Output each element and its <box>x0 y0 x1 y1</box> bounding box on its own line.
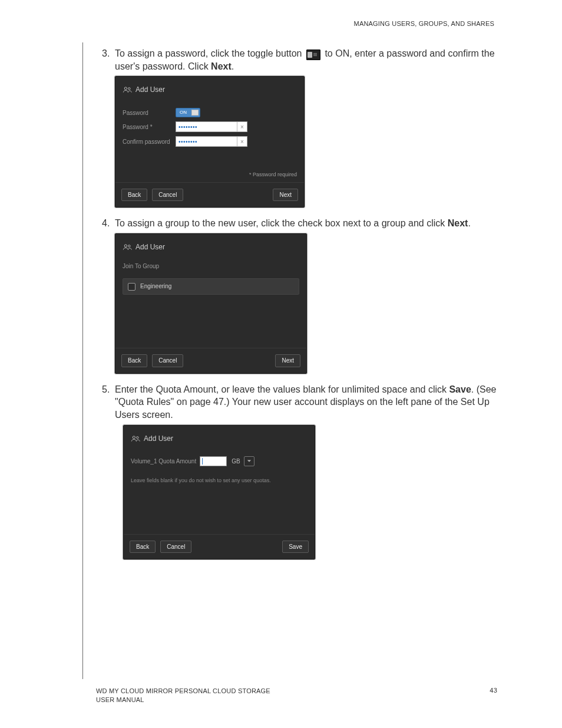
clear-icon[interactable]: × <box>237 137 247 146</box>
step-5: Enter the Quota Amount, or leave the val… <box>115 383 497 559</box>
step4-text: To assign a group to the new user, click… <box>115 218 448 228</box>
add-user-group-dialog: Add User Join To Group Engineering Back … <box>115 233 307 374</box>
join-to-group-label: Join To Group <box>115 259 306 276</box>
add-user-quota-dialog: Add User Volume_1 Quota Amount GB Leave … <box>123 425 315 560</box>
svg-point-2 <box>124 245 127 247</box>
back-button[interactable]: Back <box>121 354 147 367</box>
step3-text-a: To assign a password, click the toggle b… <box>115 48 302 58</box>
cancel-button[interactable]: Cancel <box>160 541 191 554</box>
step3-next: Next <box>211 61 232 71</box>
cancel-button[interactable]: Cancel <box>152 189 183 202</box>
save-button[interactable]: Save <box>282 541 309 554</box>
running-header: MANAGING USERS, GROUPS, AND SHARES <box>354 20 494 27</box>
quota-hint: Leave fields blank if you do not wish to… <box>131 477 308 484</box>
footer-product: WD MY CLOUD MIRROR PERSONAL CLOUD STORAG… <box>96 687 490 696</box>
confirm-password-input[interactable]: •••••••• × <box>176 136 247 147</box>
clear-icon[interactable]: × <box>237 122 247 131</box>
dialog-title: Add User <box>135 85 165 94</box>
next-button[interactable]: Next <box>275 354 300 367</box>
next-button[interactable]: Next <box>273 189 298 202</box>
password-input[interactable]: •••••••• × <box>176 121 247 132</box>
step4-period: . <box>468 218 470 228</box>
quota-unit: GB <box>232 457 240 466</box>
group-name: Engineering <box>140 282 171 291</box>
dialog-title: Add User <box>144 434 173 443</box>
dialog-title: Add User <box>135 242 165 252</box>
svg-point-1 <box>128 88 130 90</box>
footer-doc: USER MANUAL <box>96 696 490 704</box>
users-icon <box>123 243 132 251</box>
add-user-password-dialog: Add User Password ON Password * <box>115 76 305 207</box>
margin-rule <box>82 42 83 679</box>
toggle-icon-inline <box>306 50 320 60</box>
step3-period: . <box>232 61 234 71</box>
step-3: To assign a password, click the toggle b… <box>115 47 497 207</box>
group-row-engineering[interactable]: Engineering <box>123 278 299 295</box>
group-checkbox[interactable] <box>128 283 135 291</box>
svg-point-3 <box>128 245 130 246</box>
back-button[interactable]: Back <box>130 541 156 554</box>
toggle-handle-icon <box>191 110 199 116</box>
confirm-password-value: •••••••• <box>176 138 237 146</box>
quota-amount-input[interactable] <box>200 456 227 466</box>
password-input-value: •••••••• <box>176 123 237 131</box>
toggle-state: ON <box>177 110 189 116</box>
password-required-note: * Password required <box>115 167 304 182</box>
label-password: Password <box>123 109 176 117</box>
page-footer: WD MY CLOUD MIRROR PERSONAL CLOUD STORAG… <box>96 687 497 704</box>
quota-label: Volume_1 Quota Amount <box>131 457 196 466</box>
step5-save: Save <box>449 384 471 394</box>
cancel-button[interactable]: Cancel <box>152 354 183 367</box>
back-button[interactable]: Back <box>121 189 147 202</box>
svg-point-4 <box>133 436 135 439</box>
svg-point-0 <box>124 87 127 90</box>
password-toggle[interactable]: ON <box>176 108 200 117</box>
label-confirm-password: Confirm password <box>123 138 176 146</box>
step5-text-a: Enter the Quota Amount, or leave the val… <box>115 384 449 394</box>
quota-unit-dropdown[interactable] <box>244 456 254 466</box>
users-icon <box>131 435 140 442</box>
page-number: 43 <box>490 687 497 704</box>
users-icon <box>123 86 132 93</box>
svg-point-5 <box>137 436 138 438</box>
step4-next: Next <box>448 218 468 228</box>
label-password-req: Password * <box>123 123 176 131</box>
step-4: To assign a group to the new user, click… <box>115 217 497 374</box>
content-area: To assign a password, click the toggle b… <box>102 47 497 569</box>
